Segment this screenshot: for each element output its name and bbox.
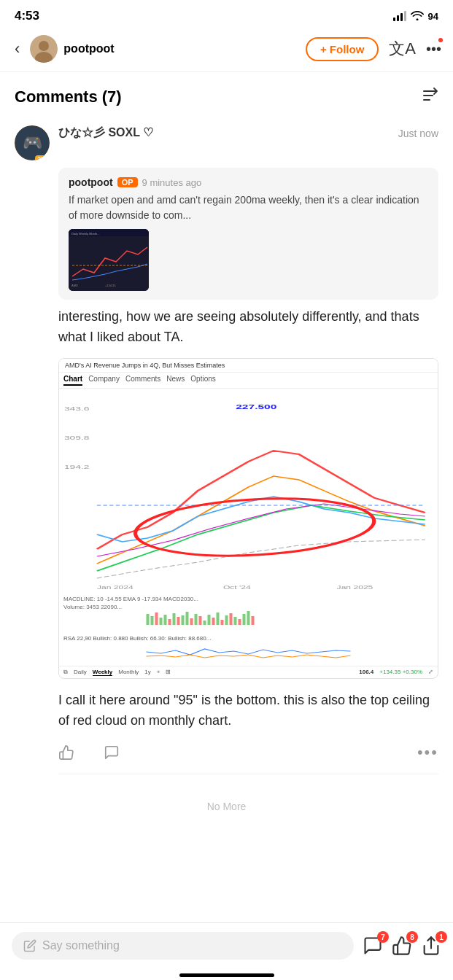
quoted-text: If market open and amd can't regain 200m…	[69, 192, 428, 223]
status-icons: 94	[393, 10, 438, 23]
year-badge: 2024	[35, 155, 50, 160]
comment-text-2: I call it here around "95" is the bottom…	[58, 691, 438, 731]
notification-dot	[438, 38, 443, 42]
svg-rect-30	[182, 615, 185, 625]
more-options-icon[interactable]: •••	[426, 41, 441, 58]
battery-indicator: 94	[428, 11, 438, 22]
svg-text:AMD: AMD	[71, 284, 78, 287]
svg-rect-12	[59, 389, 438, 593]
svg-rect-29	[177, 617, 180, 625]
time-custom[interactable]: +	[157, 669, 160, 676]
svg-rect-22	[147, 614, 150, 625]
comment-body: interesting, how we are seeing absolutel…	[58, 307, 438, 348]
username-label: pootpoot	[63, 42, 306, 55]
chart-main-area: 343.6 309.8 194.2 227.500 Jan 2024 Oct '…	[59, 389, 438, 593]
comment-author-row: 🎮 2024 ひな☆彡 SOXL ♡ Just now	[15, 125, 438, 160]
chart-bottom-info: MACDLINE: 10 -14.55 EMA 9 -17.934 MACD20…	[59, 593, 438, 666]
svg-text:343.6: 343.6	[64, 405, 90, 411]
svg-rect-43	[239, 619, 241, 625]
comment-text-1: interesting, how we are seeing absolutel…	[58, 307, 438, 348]
svg-rect-28	[173, 613, 176, 625]
time-daily[interactable]: Daily	[74, 669, 87, 676]
svg-text:Jan 2024: Jan 2024	[97, 584, 133, 590]
bottom-bar: Say something 7 8 1	[0, 922, 453, 980]
svg-text:Oct '24: Oct '24	[223, 584, 252, 590]
fullscreen-icon[interactable]: ⤢	[428, 669, 433, 676]
comment-badge: 7	[377, 931, 389, 943]
svg-rect-6	[69, 229, 149, 291]
chart-controls: ⧉ Daily Weekly Monthly 1y + ⊞ 106.4 +134…	[59, 666, 438, 678]
svg-rect-40	[225, 615, 228, 625]
svg-text:+134.35: +134.35	[105, 284, 116, 287]
svg-rect-34	[199, 616, 202, 625]
svg-text:Daily Weekly Month...: Daily Weekly Month...	[71, 232, 100, 236]
svg-rect-46	[252, 616, 255, 625]
chart-type-icon[interactable]: ⊞	[166, 669, 171, 676]
comments-header: Comments (7)	[0, 72, 453, 114]
comment-timestamp: Just now	[398, 128, 438, 139]
svg-rect-25	[160, 618, 163, 625]
status-time: 4:53	[15, 9, 39, 23]
svg-rect-39	[221, 620, 224, 625]
comments-tab[interactable]: Comments	[125, 375, 160, 386]
comments-title: Comments (7)	[15, 88, 122, 106]
svg-text:194.2: 194.2	[64, 464, 90, 470]
comment-actions: •••	[58, 743, 438, 774]
edit-icon	[23, 939, 36, 952]
avatar	[30, 35, 58, 63]
chart-tab[interactable]: Chart	[63, 375, 82, 386]
comment-meta-row: ひな☆彡 SOXL ♡ Just now	[58, 125, 438, 141]
svg-text:309.8: 309.8	[64, 435, 90, 440]
chart-header: AMD's AI Revenue Jumps in 4Q, But Misses…	[59, 359, 438, 373]
like-count-action[interactable]: 8	[392, 936, 412, 956]
time-monthly[interactable]: Monthly	[118, 669, 139, 676]
share-badge: 1	[435, 931, 447, 943]
wifi-icon	[411, 10, 424, 23]
news-tab[interactable]: News	[166, 375, 185, 386]
quoted-author-name: pootpoot	[69, 176, 113, 188]
quoted-post: pootpoot OP 9 minutes ago If market open…	[58, 168, 438, 300]
macd-label: MACDLINE: 10 -14.55 EMA 9 -17.934 MACD20…	[63, 596, 198, 602]
comment-count-action[interactable]: 7	[363, 936, 383, 956]
translate-icon[interactable]: 文A	[389, 38, 416, 60]
options-tab[interactable]: Options	[190, 375, 215, 386]
status-bar: 4:53 94	[0, 0, 453, 29]
more-actions-icon[interactable]: •••	[417, 743, 438, 762]
commenter-avatar: 🎮 2024	[15, 125, 50, 160]
share-count-action[interactable]: 1	[421, 936, 441, 956]
op-badge: OP	[117, 177, 138, 187]
svg-rect-42	[234, 617, 237, 625]
signal-bars-icon	[393, 11, 406, 21]
like-badge: 8	[406, 931, 418, 943]
svg-text:227.500: 227.500	[236, 402, 276, 411]
svg-rect-36	[208, 615, 211, 625]
say-something-input[interactable]: Say something	[12, 932, 354, 960]
main-chart-container[interactable]: AMD's AI Revenue Jumps in 4Q, But Misses…	[58, 358, 438, 679]
no-more-label: No More	[0, 786, 453, 871]
like-action[interactable]	[58, 744, 74, 761]
time-1y[interactable]: 1y	[144, 669, 150, 676]
svg-rect-32	[190, 618, 193, 625]
svg-point-1	[39, 41, 49, 51]
volume-label: Volume: 3453 22090...	[63, 604, 122, 610]
indicator-icon[interactable]: ⧉	[63, 669, 68, 676]
svg-text:Jan 2025: Jan 2025	[337, 584, 373, 590]
comment-action[interactable]	[104, 744, 120, 761]
svg-rect-26	[164, 615, 167, 625]
company-tab[interactable]: Company	[88, 375, 120, 386]
comment-section: 🎮 2024 ひな☆彡 SOXL ♡ Just now pootpoot OP …	[0, 114, 453, 786]
sort-icon[interactable]	[421, 87, 438, 106]
avatar-inner: 🎮 2024	[15, 125, 50, 160]
back-button[interactable]: ‹	[12, 36, 23, 61]
follow-button[interactable]: + Follow	[306, 37, 379, 61]
svg-rect-41	[230, 613, 233, 625]
chart-tabs: Chart Company Comments News Options	[59, 373, 438, 389]
header: ‹ pootpoot + Follow 文A •••	[0, 29, 453, 72]
time-weekly[interactable]: Weekly	[93, 669, 112, 676]
quoted-chart-thumbnail[interactable]: Daily Weekly Month... AMD +134.35	[69, 229, 149, 291]
svg-rect-24	[155, 612, 158, 625]
svg-rect-27	[169, 619, 171, 625]
svg-rect-45	[247, 611, 250, 625]
commenter-username: ひな☆彡 SOXL ♡	[58, 126, 153, 139]
svg-rect-37	[212, 618, 215, 625]
